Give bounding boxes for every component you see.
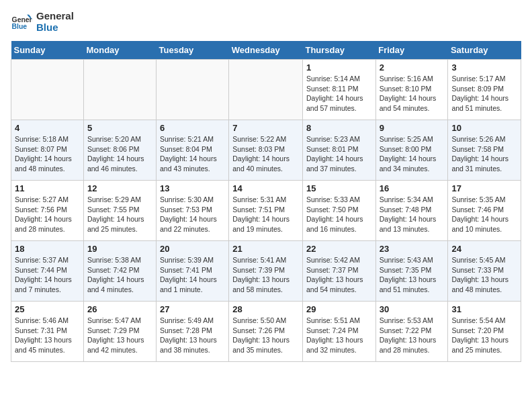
day-info: Sunrise: 5:46 AM Sunset: 7:31 PM Dayligh…: [15, 316, 80, 355]
calendar-cell: 28Sunrise: 5:50 AM Sunset: 7:26 PM Dayli…: [229, 302, 303, 362]
calendar-cell: 31Sunrise: 5:54 AM Sunset: 7:20 PM Dayli…: [448, 302, 521, 362]
day-number: 26: [87, 304, 152, 314]
day-info: Sunrise: 5:20 AM Sunset: 8:06 PM Dayligh…: [87, 134, 152, 174]
day-number: 19: [87, 244, 152, 254]
calendar-cell: 11Sunrise: 5:27 AM Sunset: 7:56 PM Dayli…: [11, 181, 84, 241]
day-info: Sunrise: 5:43 AM Sunset: 7:35 PM Dayligh…: [380, 255, 445, 295]
weekday-header-row: SundayMondayTuesdayWednesdayThursdayFrid…: [11, 41, 521, 60]
day-info: Sunrise: 5:41 AM Sunset: 7:39 PM Dayligh…: [232, 255, 299, 295]
day-number: 5: [87, 123, 152, 133]
day-number: 14: [232, 183, 299, 193]
calendar-cell: 17Sunrise: 5:35 AM Sunset: 7:46 PM Dayli…: [448, 181, 521, 241]
day-number: 12: [87, 183, 152, 193]
day-info: Sunrise: 5:35 AM Sunset: 7:46 PM Dayligh…: [451, 195, 517, 234]
weekday-header-thursday: Thursday: [302, 41, 375, 60]
logo-blue-text: Blue: [36, 21, 58, 33]
day-info: Sunrise: 5:26 AM Sunset: 7:58 PM Dayligh…: [451, 134, 517, 174]
day-info: Sunrise: 5:37 AM Sunset: 7:44 PM Dayligh…: [15, 255, 80, 295]
calendar-cell: 24Sunrise: 5:45 AM Sunset: 7:33 PM Dayli…: [448, 241, 521, 302]
day-number: 1: [306, 62, 372, 73]
day-info: Sunrise: 5:29 AM Sunset: 7:55 PM Dayligh…: [87, 195, 152, 234]
day-info: Sunrise: 5:50 AM Sunset: 7:26 PM Dayligh…: [232, 316, 299, 355]
day-number: 30: [380, 304, 445, 314]
day-info: Sunrise: 5:22 AM Sunset: 8:03 PM Dayligh…: [232, 134, 299, 174]
calendar-cell: 3Sunrise: 5:17 AM Sunset: 8:09 PM Daylig…: [448, 60, 521, 120]
calendar-cell: 6Sunrise: 5:21 AM Sunset: 8:04 PM Daylig…: [157, 120, 229, 181]
day-number: 11: [15, 183, 80, 193]
day-info: Sunrise: 5:42 AM Sunset: 7:37 PM Dayligh…: [306, 255, 372, 295]
day-info: Sunrise: 5:47 AM Sunset: 7:29 PM Dayligh…: [87, 316, 152, 355]
calendar-cell: 26Sunrise: 5:47 AM Sunset: 7:29 PM Dayli…: [83, 302, 156, 362]
day-info: Sunrise: 5:54 AM Sunset: 7:20 PM Dayligh…: [451, 316, 517, 355]
weekday-header-sunday: Sunday: [11, 41, 84, 60]
svg-text:General: General: [12, 16, 32, 24]
day-info: Sunrise: 5:34 AM Sunset: 7:48 PM Dayligh…: [380, 195, 445, 234]
day-info: Sunrise: 5:45 AM Sunset: 7:33 PM Dayligh…: [451, 255, 517, 295]
calendar-week-row: 18Sunrise: 5:37 AM Sunset: 7:44 PM Dayli…: [11, 241, 521, 302]
day-number: 8: [306, 123, 372, 133]
calendar-cell: 1Sunrise: 5:14 AM Sunset: 8:11 PM Daylig…: [302, 60, 375, 120]
day-number: 21: [232, 244, 299, 254]
calendar-cell: [229, 60, 303, 120]
day-info: Sunrise: 5:16 AM Sunset: 8:10 PM Dayligh…: [380, 74, 445, 113]
day-number: 20: [160, 244, 225, 254]
day-number: 24: [451, 244, 517, 254]
day-info: Sunrise: 5:51 AM Sunset: 7:24 PM Dayligh…: [306, 316, 372, 355]
weekday-header-saturday: Saturday: [448, 41, 521, 60]
day-number: 28: [232, 304, 299, 314]
calendar-cell: 2Sunrise: 5:16 AM Sunset: 8:10 PM Daylig…: [375, 60, 448, 120]
day-info: Sunrise: 5:23 AM Sunset: 8:01 PM Dayligh…: [306, 134, 372, 174]
calendar-table: SundayMondayTuesdayWednesdayThursdayFrid…: [11, 41, 521, 362]
day-number: 27: [160, 304, 225, 314]
day-info: Sunrise: 5:38 AM Sunset: 7:42 PM Dayligh…: [87, 255, 152, 295]
calendar-cell: 23Sunrise: 5:43 AM Sunset: 7:35 PM Dayli…: [375, 241, 448, 302]
calendar-cell: [157, 60, 229, 120]
day-info: Sunrise: 5:27 AM Sunset: 7:56 PM Dayligh…: [15, 195, 80, 234]
day-number: 23: [380, 244, 445, 254]
weekday-header-monday: Monday: [83, 41, 156, 60]
calendar-cell: 5Sunrise: 5:20 AM Sunset: 8:06 PM Daylig…: [83, 120, 156, 181]
weekday-header-wednesday: Wednesday: [229, 41, 303, 60]
calendar-cell: 20Sunrise: 5:39 AM Sunset: 7:41 PM Dayli…: [157, 241, 229, 302]
calendar-cell: 29Sunrise: 5:51 AM Sunset: 7:24 PM Dayli…: [302, 302, 375, 362]
svg-text:Blue: Blue: [12, 23, 28, 30]
logo: General Blue General Blue: [11, 11, 74, 33]
day-number: 15: [306, 183, 372, 193]
day-info: Sunrise: 5:39 AM Sunset: 7:41 PM Dayligh…: [160, 255, 225, 295]
day-info: Sunrise: 5:49 AM Sunset: 7:28 PM Dayligh…: [160, 316, 225, 355]
calendar-cell: 12Sunrise: 5:29 AM Sunset: 7:55 PM Dayli…: [83, 181, 156, 241]
day-number: 31: [451, 304, 517, 314]
calendar-cell: 14Sunrise: 5:31 AM Sunset: 7:51 PM Dayli…: [229, 181, 303, 241]
calendar-cell: 16Sunrise: 5:34 AM Sunset: 7:48 PM Dayli…: [375, 181, 448, 241]
calendar-cell: [11, 60, 84, 120]
day-info: Sunrise: 5:30 AM Sunset: 7:53 PM Dayligh…: [160, 195, 225, 234]
day-number: 6: [160, 123, 225, 133]
calendar-cell: 19Sunrise: 5:38 AM Sunset: 7:42 PM Dayli…: [83, 241, 156, 302]
calendar-week-row: 1Sunrise: 5:14 AM Sunset: 8:11 PM Daylig…: [11, 60, 521, 120]
weekday-header-tuesday: Tuesday: [157, 41, 229, 60]
day-number: 4: [15, 123, 80, 133]
day-info: Sunrise: 5:17 AM Sunset: 8:09 PM Dayligh…: [451, 74, 517, 113]
day-number: 2: [380, 62, 445, 73]
day-info: Sunrise: 5:53 AM Sunset: 7:22 PM Dayligh…: [380, 316, 445, 355]
calendar-cell: 21Sunrise: 5:41 AM Sunset: 7:39 PM Dayli…: [229, 241, 303, 302]
calendar-cell: 25Sunrise: 5:46 AM Sunset: 7:31 PM Dayli…: [11, 302, 84, 362]
day-info: Sunrise: 5:33 AM Sunset: 7:50 PM Dayligh…: [306, 195, 372, 234]
logo-icon: General Blue: [11, 11, 32, 33]
day-number: 22: [306, 244, 372, 254]
calendar-cell: 8Sunrise: 5:23 AM Sunset: 8:01 PM Daylig…: [302, 120, 375, 181]
calendar-cell: 7Sunrise: 5:22 AM Sunset: 8:03 PM Daylig…: [229, 120, 303, 181]
calendar-cell: 27Sunrise: 5:49 AM Sunset: 7:28 PM Dayli…: [157, 302, 229, 362]
day-info: Sunrise: 5:18 AM Sunset: 8:07 PM Dayligh…: [15, 134, 80, 174]
calendar-cell: [83, 60, 156, 120]
calendar-week-row: 4Sunrise: 5:18 AM Sunset: 8:07 PM Daylig…: [11, 120, 521, 181]
calendar-week-row: 25Sunrise: 5:46 AM Sunset: 7:31 PM Dayli…: [11, 302, 521, 362]
day-info: Sunrise: 5:31 AM Sunset: 7:51 PM Dayligh…: [232, 195, 299, 234]
day-number: 29: [306, 304, 372, 314]
calendar-week-row: 11Sunrise: 5:27 AM Sunset: 7:56 PM Dayli…: [11, 181, 521, 241]
calendar-cell: 9Sunrise: 5:25 AM Sunset: 8:00 PM Daylig…: [375, 120, 448, 181]
day-number: 18: [15, 244, 80, 254]
day-number: 10: [451, 123, 517, 133]
day-number: 16: [380, 183, 445, 193]
calendar-cell: 4Sunrise: 5:18 AM Sunset: 8:07 PM Daylig…: [11, 120, 84, 181]
